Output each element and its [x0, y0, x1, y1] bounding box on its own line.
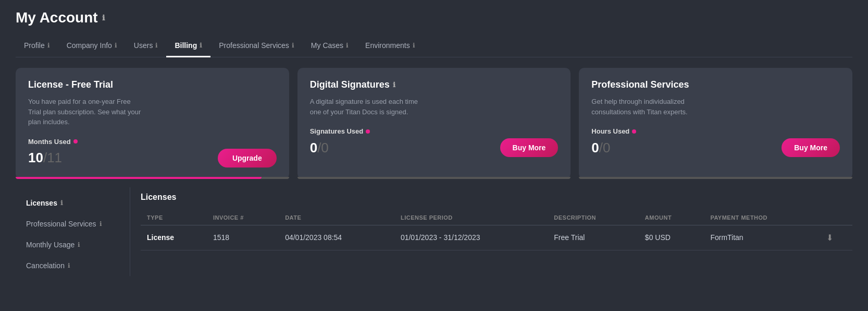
- sidebar-item-professional-services[interactable]: Professional Services ℹ: [16, 213, 130, 234]
- sidebar-item-licenses[interactable]: Licenses ℹ: [16, 193, 130, 213]
- table-header: TYPEINVOICE #DATELICENSE PERIODDESCRIPTI…: [141, 210, 852, 225]
- sidebar-info-icon-monthly-usage: ℹ: [78, 241, 80, 248]
- card-progress-fill: [16, 177, 262, 179]
- tab-environments[interactable]: Environmentsℹ: [357, 36, 424, 57]
- sidebar: Licenses ℹ Professional Services ℹ Month…: [16, 187, 130, 276]
- col-download: [820, 210, 852, 225]
- col-payment_method: PAYMENT METHOD: [704, 210, 820, 225]
- cards-row: License - Free Trial You have paid for a…: [16, 68, 852, 179]
- card-action-button[interactable]: Buy More: [500, 138, 559, 157]
- card-metric-value: 0/0 Buy More: [591, 138, 840, 157]
- col-invoice: INVOICE #: [207, 210, 279, 225]
- sidebar-item-monthly-usage[interactable]: Monthly Usage ℹ: [16, 234, 130, 255]
- sidebar-info-icon-licenses: ℹ: [60, 199, 63, 207]
- metric-dot: [632, 129, 636, 134]
- card-metric-value: 0/0 Buy More: [310, 138, 559, 157]
- card-metric-label: Hours Used: [591, 127, 840, 135]
- tab-label-professional-services: Professional Services: [219, 41, 289, 50]
- tab-info-icon-users: ℹ: [155, 42, 158, 49]
- cell-payment_method: FormTitan: [704, 225, 820, 250]
- card-progress-bar: [579, 177, 852, 179]
- card-metric-label: Signatures Used: [310, 127, 559, 135]
- card-metric-value: 10/11 Upgrade: [28, 149, 277, 168]
- tab-info-icon-professional-services: ℹ: [292, 42, 294, 49]
- tab-info-icon-billing: ℹ: [200, 42, 202, 49]
- tab-label-environments: Environments: [365, 41, 410, 50]
- cell-license_period: 01/01/2023 - 31/12/2023: [394, 225, 548, 250]
- tab-users[interactable]: Usersℹ: [126, 36, 167, 57]
- metric-number: 0/0: [591, 140, 610, 156]
- main-content: License - Free Trial You have paid for a…: [0, 57, 868, 286]
- sidebar-info-icon-professional-services: ℹ: [100, 220, 102, 228]
- sidebar-label-professional-services: Professional Services: [26, 220, 96, 228]
- card-professional-services-card: Professional Services Get help through i…: [579, 68, 852, 179]
- tab-label-my-cases: My Cases: [311, 41, 343, 50]
- metric-number: 0/0: [310, 140, 329, 156]
- cell-download[interactable]: ⬇: [820, 225, 852, 250]
- metric-total: /0: [599, 140, 611, 156]
- title-text: My Account: [16, 9, 98, 26]
- card-desc: Get help through individualized consulta…: [591, 97, 706, 117]
- col-description: DESCRIPTION: [548, 210, 639, 225]
- card-desc: A digital signature is used each time on…: [310, 97, 425, 117]
- card-info-icon: ℹ: [393, 81, 395, 89]
- tab-my-cases[interactable]: My Casesℹ: [303, 36, 357, 57]
- download-icon[interactable]: ⬇: [826, 233, 833, 242]
- sidebar-label-monthly-usage: Monthly Usage: [26, 241, 75, 249]
- tab-label-profile: Profile: [24, 41, 45, 50]
- sidebar-label-licenses: Licenses: [26, 199, 57, 207]
- table-header-row: TYPEINVOICE #DATELICENSE PERIODDESCRIPTI…: [141, 210, 852, 225]
- card-title: Professional Services: [591, 79, 840, 90]
- card-desc: You have paid for a one-year Free Trial …: [28, 97, 143, 127]
- metric-dot: [366, 129, 370, 134]
- metric-number: 10/11: [28, 150, 62, 166]
- tab-profile[interactable]: Profileℹ: [16, 36, 58, 57]
- table-body: License151804/01/2023 08:5401/01/2023 - …: [141, 225, 852, 250]
- table-title: Licenses: [141, 193, 852, 202]
- cell-invoice: 1518: [207, 225, 279, 250]
- sidebar-item-cancelation[interactable]: Cancelation ℹ: [16, 255, 130, 276]
- card-progress-bar: [16, 177, 289, 179]
- cell-amount: $0 USD: [639, 225, 704, 250]
- card-action-button[interactable]: Buy More: [782, 138, 840, 157]
- title-info-icon[interactable]: ℹ: [102, 14, 105, 22]
- card-license-free-trial: License - Free Trial You have paid for a…: [16, 68, 289, 179]
- tab-info-icon-my-cases: ℹ: [346, 42, 349, 49]
- nav-tabs: ProfileℹCompany InfoℹUsersℹBillingℹProfe…: [16, 35, 852, 57]
- table-section: Licenses TYPEINVOICE #DATELICENSE PERIOD…: [130, 187, 852, 276]
- licenses-table: TYPEINVOICE #DATELICENSE PERIODDESCRIPTI…: [141, 210, 852, 250]
- cell-date: 04/01/2023 08:54: [279, 225, 394, 250]
- col-date: DATE: [279, 210, 394, 225]
- card-action-button[interactable]: Upgrade: [218, 149, 277, 168]
- metric-total: /11: [43, 150, 62, 165]
- tab-label-company-info: Company Info: [67, 41, 112, 50]
- col-amount: AMOUNT: [639, 210, 704, 225]
- tab-label-users: Users: [134, 41, 153, 50]
- sidebar-info-icon-cancelation: ℹ: [68, 262, 70, 269]
- bottom-section: Licenses ℹ Professional Services ℹ Month…: [16, 187, 852, 276]
- sidebar-label-cancelation: Cancelation: [26, 261, 65, 270]
- metric-total: /0: [317, 140, 329, 156]
- card-metric-label: Months Used: [28, 138, 277, 146]
- col-type: TYPE: [141, 210, 207, 225]
- metric-dot: [73, 139, 78, 143]
- header: My Account ℹ ProfileℹCompany InfoℹUsersℹ…: [0, 0, 868, 57]
- card-title: Digital Signaturesℹ: [310, 79, 559, 90]
- card-digital-signatures: Digital Signaturesℹ A digital signature …: [297, 68, 571, 179]
- cell-type: License: [141, 225, 207, 250]
- cards-section: License - Free Trial You have paid for a…: [16, 68, 852, 276]
- tab-professional-services[interactable]: Professional Servicesℹ: [210, 36, 303, 57]
- tab-label-billing: Billing: [175, 41, 197, 50]
- tab-billing[interactable]: Billingℹ: [166, 36, 210, 57]
- card-progress-bar: [297, 177, 571, 179]
- page-title: My Account ℹ: [16, 9, 852, 26]
- tab-info-icon-company-info: ℹ: [115, 42, 117, 49]
- table-row: License151804/01/2023 08:5401/01/2023 - …: [141, 225, 852, 250]
- cell-description: Free Trial: [548, 225, 639, 250]
- tab-info-icon-environments: ℹ: [413, 42, 415, 49]
- card-title: License - Free Trial: [28, 79, 277, 90]
- tab-info-icon-profile: ℹ: [47, 42, 50, 49]
- col-license_period: LICENSE PERIOD: [394, 210, 548, 225]
- tab-company-info[interactable]: Company Infoℹ: [58, 36, 126, 57]
